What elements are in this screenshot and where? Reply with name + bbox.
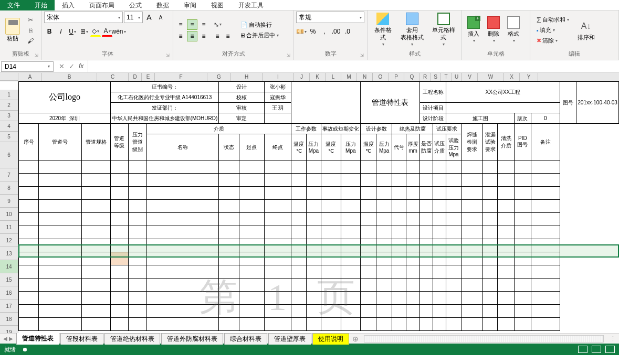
col-header[interactable]: E: [142, 73, 155, 81]
cell[interactable]: [264, 187, 291, 200]
cell[interactable]: [446, 213, 461, 226]
clear-button[interactable]: ✖ 清除 ▾: [534, 36, 571, 46]
horizontal-scrollbar[interactable]: [364, 335, 604, 342]
cell[interactable]: [19, 292, 39, 305]
cell[interactable]: [39, 239, 81, 252]
cell[interactable]: [531, 252, 560, 265]
row-header[interactable]: 16: [0, 286, 18, 299]
cell[interactable]: 焊缝 检测 要求: [461, 124, 483, 160]
cell[interactable]: [433, 252, 446, 265]
cell[interactable]: [461, 265, 483, 279]
page-layout-view-button[interactable]: [592, 346, 601, 353]
cell[interactable]: [219, 213, 239, 226]
cell[interactable]: [39, 318, 81, 331]
cell[interactable]: [420, 305, 433, 318]
cell[interactable]: [110, 318, 128, 331]
cell[interactable]: [110, 160, 128, 174]
cell[interactable]: [321, 265, 341, 279]
cell[interactable]: [515, 174, 531, 187]
cell[interactable]: [239, 292, 264, 305]
col-header[interactable]: S: [431, 73, 441, 81]
cell[interactable]: [19, 318, 39, 331]
cell[interactable]: [531, 213, 560, 226]
col-header[interactable]: T: [441, 73, 452, 81]
cell[interactable]: 图号: [560, 82, 576, 124]
menu-insert[interactable]: 插入: [55, 0, 82, 10]
cell[interactable]: [515, 239, 531, 252]
cell[interactable]: PID 图号: [515, 124, 531, 160]
cell[interactable]: [239, 174, 264, 187]
cell[interactable]: [376, 265, 392, 279]
cell[interactable]: [433, 265, 446, 279]
align-top-button[interactable]: ≡: [175, 19, 186, 30]
cell[interactable]: [392, 318, 406, 331]
cell-styles-button[interactable]: 单元格样式▾: [428, 13, 459, 48]
row-header[interactable]: 2: [0, 100, 18, 111]
cell[interactable]: [264, 200, 291, 213]
cell[interactable]: [420, 226, 433, 239]
cell[interactable]: 201xx-100-40-03: [576, 82, 619, 124]
cell[interactable]: [498, 292, 515, 305]
align-middle-button[interactable]: ≡: [187, 19, 197, 30]
cell[interactable]: [498, 318, 515, 331]
row-header[interactable]: 15: [0, 273, 18, 286]
cell[interactable]: [376, 160, 392, 174]
cell[interactable]: [306, 200, 321, 213]
cell[interactable]: [392, 252, 406, 265]
cell[interactable]: [321, 279, 341, 292]
col-header[interactable]: U: [452, 73, 462, 81]
cell[interactable]: [110, 279, 128, 292]
cell[interactable]: [219, 200, 239, 213]
cell[interactable]: [219, 305, 239, 318]
cell[interactable]: [321, 252, 341, 265]
sheet-tab[interactable]: 综合材料表: [224, 333, 267, 345]
cell[interactable]: [376, 187, 392, 200]
macro-record-icon[interactable]: ⏺: [22, 346, 28, 352]
cell[interactable]: [129, 226, 146, 239]
cell[interactable]: [321, 200, 341, 213]
cell[interactable]: [81, 174, 110, 187]
cell[interactable]: [515, 226, 531, 239]
cell[interactable]: [483, 226, 498, 239]
cell[interactable]: [110, 213, 128, 226]
cell[interactable]: [483, 252, 498, 265]
cell[interactable]: [341, 174, 361, 187]
cell[interactable]: [306, 292, 321, 305]
cell[interactable]: [376, 213, 392, 226]
cell[interactable]: [483, 174, 498, 187]
cell[interactable]: [531, 279, 560, 292]
sheet-tab[interactable]: 管道绝热材料表: [104, 333, 160, 345]
cell[interactable]: 寇振华: [264, 92, 291, 103]
cell[interactable]: [110, 187, 128, 200]
cell[interactable]: 2020年 深圳: [19, 113, 111, 124]
cell[interactable]: 设计参数: [361, 124, 392, 134]
cell[interactable]: [433, 292, 446, 305]
cell[interactable]: [446, 305, 461, 318]
cell[interactable]: [39, 292, 81, 305]
select-all-corner[interactable]: [0, 73, 18, 81]
cell[interactable]: [531, 226, 560, 239]
cell[interactable]: [483, 292, 498, 305]
row-header[interactable]: 13: [0, 247, 18, 260]
cell[interactable]: [406, 160, 420, 174]
sheet-tab[interactable]: 管段材料表: [60, 333, 103, 345]
launcher-icon[interactable]: ⇲: [35, 53, 38, 58]
cell[interactable]: 中华人民共和国住房和城乡建设部(MOHURD): [110, 113, 219, 124]
cell[interactable]: [291, 265, 306, 279]
cell[interactable]: [19, 279, 39, 292]
cell[interactable]: [433, 187, 446, 200]
cell[interactable]: [264, 292, 291, 305]
launcher-icon[interactable]: ⇲: [360, 53, 364, 58]
cell[interactable]: [515, 318, 531, 331]
cell[interactable]: 0: [531, 113, 560, 124]
cell[interactable]: 设计项目: [420, 103, 446, 113]
col-header[interactable]: X: [504, 73, 520, 81]
align-bottom-button[interactable]: ≡: [198, 19, 209, 30]
cell[interactable]: [341, 226, 361, 239]
cell[interactable]: [376, 239, 392, 252]
cell[interactable]: [361, 174, 376, 187]
cell[interactable]: [446, 252, 461, 265]
cell[interactable]: [239, 305, 264, 318]
cell[interactable]: [306, 160, 321, 174]
name-box[interactable]: D14▾: [1, 61, 54, 72]
